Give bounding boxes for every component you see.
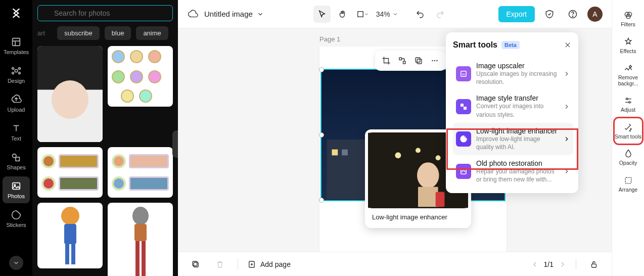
svg-rect-28 [332,150,338,156]
photo-thumb[interactable] [37,203,103,268]
panel-title: Smart tools [453,40,497,50]
delete-page-button[interactable] [211,256,228,273]
svg-rect-34 [417,59,422,64]
svg-point-52 [465,136,466,137]
tool-desc: Convert your images into various styles. [476,102,558,118]
tool-desc: Repair your damaged photos or bring them… [476,167,558,183]
app-logo[interactable] [8,5,24,21]
cloud-sync-icon[interactable] [187,9,198,20]
tag-art[interactable]: art [37,26,52,40]
svg-rect-12 [13,183,20,190]
close-button[interactable] [562,39,573,51]
prop-label: Smart tools [615,134,641,140]
nav-design[interactable]: Design [3,61,30,88]
remove-bg-icon [623,63,633,73]
lock-button[interactable] [585,256,603,273]
nav-photos[interactable]: Photos [3,176,30,203]
svg-rect-22 [135,241,140,276]
text-icon [11,123,22,134]
nav-label: Design [8,78,25,84]
tool-lowlight-enhancer[interactable]: Low-light image enhancer Improve low-lig… [453,123,573,155]
prop-arrange[interactable]: Arrange [615,171,642,197]
svg-rect-19 [71,244,75,264]
replace-button[interactable] [395,54,409,68]
svg-point-38 [436,60,437,61]
svg-rect-23 [142,241,146,276]
svg-point-68 [629,130,630,131]
photo-thumb[interactable] [108,203,173,276]
photo-thumb[interactable] [37,147,103,198]
hand-tool[interactable] [334,6,351,23]
prop-effects[interactable]: Effects [615,33,642,59]
prop-remove-bg[interactable]: Remove backgr... [615,59,642,90]
zoom-value: 34% [376,10,390,18]
svg-point-67 [630,128,631,129]
duplicate-page-button[interactable] [187,256,204,273]
tool-title: Old photo restoration [476,159,558,167]
export-button[interactable]: Export [498,6,535,22]
chevron-right-icon [563,168,570,175]
next-page-button[interactable] [559,260,567,268]
svg-point-4 [12,68,14,70]
nav-stickers[interactable]: Stickers [3,205,30,232]
frame-tool[interactable] [354,6,371,23]
photo-thumb[interactable] [37,46,103,142]
search-input[interactable] [37,5,173,21]
tag-anime[interactable]: anime [136,26,168,40]
page-indicator: 1/1 [544,260,554,268]
svg-text:4K: 4K [462,73,466,76]
style-icon [456,99,471,114]
svg-rect-51 [464,107,467,110]
svg-point-7 [19,72,21,74]
page-navigator: 1/1 [531,260,567,268]
help-icon[interactable] [564,6,581,23]
tool-image-upscaler[interactable]: 4K Image upscaler Upscale images by incr… [453,58,573,90]
zoom-control[interactable]: 34% [374,10,400,18]
more-nav-button[interactable] [9,256,23,270]
prop-filters[interactable]: Filters [615,6,642,32]
nav-shapes[interactable]: Shapes [3,148,30,174]
tool-old-photo-restoration[interactable]: Old photo restoration Repair your damage… [453,155,573,188]
nav-label: Shapes [7,164,25,170]
photo-thumb[interactable] [108,147,173,198]
tag-subscribe[interactable]: subscribe [57,26,100,40]
svg-point-66 [628,102,630,103]
filters-icon [623,10,633,20]
copy-button[interactable] [411,54,426,68]
add-page-button[interactable]: Add page [247,260,291,269]
photo-thumb[interactable] [108,46,173,107]
collapse-panel-handle[interactable] [172,130,178,158]
svg-rect-17 [64,224,76,244]
lowlight-icon [456,131,471,147]
smart-tools-icon [623,122,633,132]
chevron-right-icon [563,70,570,77]
nav-upload[interactable]: Upload [3,90,30,117]
svg-point-42 [436,155,441,160]
crop-button[interactable] [379,54,393,68]
tag-blue[interactable]: blue [105,26,131,40]
prop-label: Adjust [621,107,635,113]
tool-style-transfer[interactable]: Image style transfer Convert your images… [453,90,573,122]
cursor-tool[interactable] [313,6,331,23]
prop-adjust[interactable]: Adjust [615,91,642,117]
nav-text[interactable]: Text [3,119,30,146]
undo-button[interactable] [411,6,429,23]
shield-icon[interactable] [541,6,558,23]
prop-smart-tools[interactable]: Smart tools [615,118,642,144]
svg-point-43 [417,162,439,188]
photos-panel: art subscribe blue anime [32,0,178,276]
user-avatar[interactable]: A [587,7,603,22]
prev-page-button[interactable] [531,260,539,268]
nav-templates[interactable]: Templates [3,32,30,59]
document-title[interactable]: Untitled image [204,10,264,18]
svg-rect-32 [399,58,402,60]
beta-badge: Beta [501,41,520,49]
svg-rect-18 [65,244,69,264]
nav-label: Text [11,135,21,142]
svg-point-41 [416,148,421,153]
svg-point-3 [15,69,18,72]
prop-label: Arrange [619,187,637,193]
redo-button[interactable] [432,6,449,23]
prop-opacity[interactable]: Opacity [615,145,642,170]
more-button[interactable] [428,54,442,68]
